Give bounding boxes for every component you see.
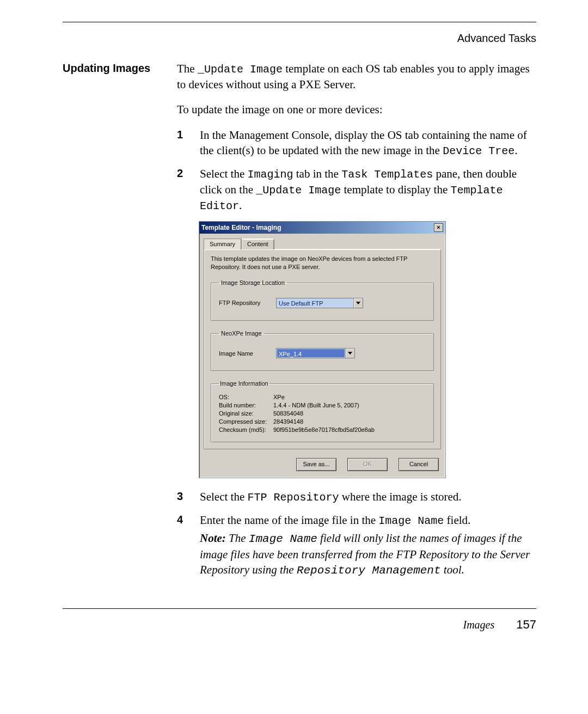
step-4: 4 Enter the name of the image file in th…: [177, 512, 536, 579]
section-heading: Updating Images: [63, 62, 177, 75]
image-name-label: Image Name: [219, 350, 276, 358]
dialog-titlebar: Template Editor - Imaging ×: [199, 222, 445, 234]
chevron-down-icon[interactable]: [353, 298, 363, 308]
group-legend: Image Information: [219, 380, 270, 388]
step-number: 2: [177, 166, 183, 181]
image-name-combo[interactable]: XPe_1.4: [276, 348, 355, 358]
intro-paragraph-2: To update the image on one or more devic…: [177, 102, 536, 117]
chevron-down-icon[interactable]: [345, 349, 354, 358]
group-neoxpe-image: NeoXPe Image Image Name XPe_1.4: [211, 329, 434, 371]
info-row-checksum: Checksum (md5): 90f951be9b5e8e70178cfbd5…: [219, 426, 426, 434]
tab-content[interactable]: Content: [241, 239, 274, 249]
close-button[interactable]: ×: [434, 223, 443, 232]
step-number: 4: [177, 512, 183, 527]
group-legend: Image Storage Location: [219, 279, 287, 287]
ftp-repository-label: FTP Repository: [219, 299, 276, 307]
group-image-information: Image Information OS: XPe Build number: …: [211, 380, 434, 442]
cancel-button[interactable]: Cancel: [399, 458, 439, 471]
running-header: Advanced Tasks: [63, 32, 536, 45]
footer-page-number: 157: [516, 618, 536, 632]
image-name-value: XPe_1.4: [277, 349, 345, 357]
template-editor-dialog: Template Editor - Imaging × Summary Cont…: [199, 221, 446, 478]
tab-summary[interactable]: Summary: [204, 239, 241, 249]
ftp-repository-combo[interactable]: Use Default FTP: [276, 298, 363, 308]
step-1: 1 In the Management Console, display the…: [177, 127, 536, 158]
group-legend: NeoXPe Image: [219, 329, 264, 338]
note: Note: The Image Name field will only lis…: [200, 530, 536, 579]
step-number: 1: [177, 127, 183, 142]
intro-paragraph-1: The _Update Image template on each OS ta…: [177, 61, 536, 92]
step-number: 3: [177, 489, 183, 504]
footer-section-name: Images: [463, 619, 495, 631]
info-row-compressed-size: Compressed size: 284394148: [219, 418, 426, 426]
bottom-rule: [63, 608, 536, 609]
ok-button[interactable]: OK: [347, 458, 388, 471]
ftp-repository-value: Use Default FTP: [277, 298, 353, 308]
group-image-storage-location: Image Storage Location FTP Repository Us…: [211, 279, 434, 321]
info-row-os: OS: XPe: [219, 393, 426, 401]
dialog-title: Template Editor - Imaging: [201, 223, 281, 232]
save-as-button[interactable]: Save as...: [296, 458, 336, 471]
top-rule: [63, 22, 536, 22]
step-2: 2 Select the Imaging tab in the Task Tem…: [177, 166, 536, 213]
dialog-description: This template updates the image on NeoXP…: [211, 255, 434, 271]
info-row-original-size: Original size: 508354048: [219, 410, 426, 418]
step-3: 3 Select the FTP Repository where the im…: [177, 489, 536, 505]
info-row-build: Build number: 1.4.4 - NDM (Built June 5,…: [219, 401, 426, 410]
